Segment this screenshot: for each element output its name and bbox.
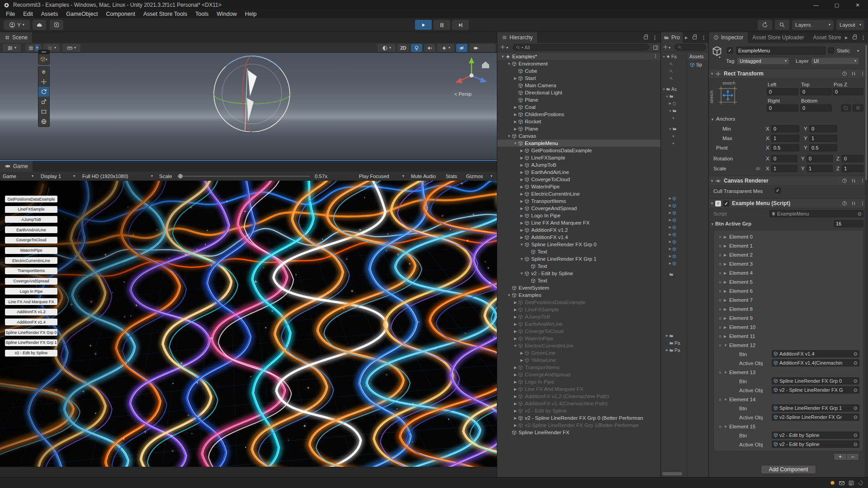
- foldout-icon[interactable]: ▼: [724, 343, 729, 347]
- hierarchy-item[interactable]: ▼Examples*: [497, 53, 661, 60]
- drag-handle-icon[interactable]: ≡: [717, 307, 724, 312]
- foldout-icon[interactable]: ▶: [513, 120, 518, 124]
- foldout-icon[interactable]: ▶: [519, 235, 524, 239]
- project-tree-item[interactable]: [661, 271, 687, 278]
- hierarchy-item[interactable]: Main Camera: [497, 82, 661, 89]
- active-obj-object-field[interactable]: AdditionFX v1.4(Cinemachin⊙: [772, 359, 859, 366]
- element-row[interactable]: ≡▶Element 0: [714, 232, 863, 241]
- foldout-icon[interactable]: ▶: [519, 170, 524, 174]
- foldout-icon[interactable]: ▶: [519, 214, 524, 218]
- foldout-icon[interactable]: ▶: [724, 262, 729, 266]
- hierarchy-item[interactable]: ▶AJumpToB: [497, 161, 661, 169]
- game-ui-button[interactable]: TransportItems: [5, 267, 57, 274]
- hierarchy-item[interactable]: Directional Light: [497, 89, 661, 96]
- kebab-menu-icon[interactable]: [653, 53, 658, 60]
- step-button[interactable]: [452, 20, 469, 30]
- resolution-dropdown[interactable]: Full HD (868x488)▾: [80, 173, 156, 180]
- project-tree-item[interactable]: ▼: [661, 114, 687, 122]
- pivot-mode-button[interactable]: ▾: [38, 54, 49, 64]
- drag-handle-icon[interactable]: ≡: [717, 253, 724, 258]
- foldout-icon[interactable]: ▶: [724, 280, 729, 284]
- services-button[interactable]: [50, 20, 63, 30]
- hierarchy-item[interactable]: ▶LineFXSample: [497, 306, 661, 313]
- min-x-field[interactable]: 0: [771, 125, 799, 132]
- game-ui-button[interactable]: LineFXSample: [5, 206, 57, 213]
- btn-object-field[interactable]: v2 - Edit by Spline⊙: [772, 432, 859, 439]
- inspector-scrollbar[interactable]: [865, 43, 868, 477]
- project-tree-item[interactable]: ▶: [661, 231, 687, 238]
- rotate-tool-button[interactable]: [38, 87, 49, 97]
- assets-column-header[interactable]: Assets: [687, 53, 709, 60]
- hierarchy-item[interactable]: ▶EarthAndAirLine: [497, 320, 661, 328]
- object-picker-icon[interactable]: ⊙: [854, 378, 858, 384]
- hierarchy-item[interactable]: ▼ExampleMenu: [497, 140, 661, 147]
- lighting-toggle-button[interactable]: [411, 44, 422, 52]
- help-icon[interactable]: [842, 71, 847, 76]
- hierarchy-item[interactable]: ▶TransportItems: [497, 197, 661, 205]
- foldout-icon[interactable]: ▶: [724, 334, 729, 338]
- gizmos-dropdown[interactable]: Gizmos▾: [463, 173, 495, 180]
- element-row[interactable]: ≡▶Element 8: [714, 305, 863, 314]
- foldout-icon[interactable]: ▶: [513, 315, 518, 319]
- hierarchy-item[interactable]: ▶AJumpToB: [497, 313, 661, 320]
- object-picker-icon[interactable]: ⊙: [854, 441, 858, 447]
- scale-tool-button[interactable]: [38, 97, 49, 107]
- drag-handle-icon[interactable]: ≡: [717, 370, 724, 375]
- drag-handle-icon[interactable]: ≡: [717, 325, 724, 330]
- lock-icon[interactable]: [691, 34, 698, 41]
- gameobject-icon-caret[interactable]: ▾: [719, 56, 721, 59]
- hierarchy-item[interactable]: ▶Coal: [497, 103, 661, 111]
- foldout-icon[interactable]: ▶: [724, 253, 729, 257]
- object-picker-icon[interactable]: ⊙: [854, 414, 858, 420]
- game-ui-button[interactable]: ElectricCurrentInLine: [5, 257, 57, 264]
- foldout-icon[interactable]: ▶: [724, 298, 729, 302]
- hierarchy-item[interactable]: ▶AdditionFX v1.4(Cinemachine Path): [497, 400, 661, 407]
- foldout-icon[interactable]: ▼: [513, 141, 518, 145]
- game-view-dropdown[interactable]: Game▾: [0, 173, 36, 180]
- add-element-button[interactable]: +: [834, 454, 846, 460]
- foldout-icon[interactable]: ▶: [513, 416, 518, 420]
- object-picker-icon[interactable]: ⊙: [854, 360, 858, 366]
- active-checkbox[interactable]: ✓: [727, 47, 733, 53]
- game-viewport[interactable]: GetPositionsDataExampleLineFXSampleAJump…: [0, 181, 497, 468]
- create-plus-icon[interactable]: [663, 44, 668, 50]
- stats-button[interactable]: Stats: [443, 173, 462, 180]
- maximize-button[interactable]: ▢: [826, 0, 847, 10]
- project-tree-item[interactable]: ▶: [661, 224, 687, 231]
- account-button[interactable]: Y ▾: [4, 20, 30, 30]
- static-checkbox[interactable]: [828, 47, 834, 53]
- project-tree-item[interactable]: ▶: [661, 209, 687, 216]
- close-button[interactable]: ✕: [847, 0, 868, 10]
- foldout-icon[interactable]: ▼: [500, 55, 505, 59]
- foldout-icon[interactable]: ▶: [519, 228, 524, 232]
- project-tree-item[interactable]: ▶: [661, 216, 687, 224]
- drag-handle-icon[interactable]: ≡: [717, 343, 724, 348]
- drag-handle-icon[interactable]: ≡: [717, 280, 724, 285]
- tab-inspector[interactable]: Inspector: [709, 32, 748, 43]
- message-icon[interactable]: [839, 480, 845, 486]
- hierarchy-item[interactable]: ▶Logo In Pipe: [497, 378, 661, 385]
- foldout-icon[interactable]: ▶: [724, 316, 729, 320]
- tab-asset-store[interactable]: Asset Store: [808, 32, 841, 43]
- element-row[interactable]: ≡▼Element 13: [714, 368, 863, 377]
- rect-transform-header[interactable]: ▼ Rect Transform: [709, 69, 868, 79]
- hierarchy-item[interactable]: ▶v2-Spline LineRender FX Grp 1(Better Pe…: [497, 422, 661, 429]
- game-ui-button[interactable]: Logo In Pipe: [5, 288, 57, 295]
- foldout-icon[interactable]: ▶: [519, 178, 524, 182]
- hierarchy-item[interactable]: ▼v2 - Edit by Spline: [497, 270, 661, 277]
- foldout-icon[interactable]: ▶: [519, 163, 524, 167]
- drag-handle-icon[interactable]: ≡: [717, 298, 724, 303]
- hierarchy-item[interactable]: ▶AdditionFX v1.2 (Cinemachine Path): [497, 393, 661, 400]
- object-picker-icon[interactable]: ⊙: [858, 211, 862, 217]
- effects-button[interactable]: ▾: [437, 44, 454, 52]
- tab-project[interactable]: Pro: [661, 32, 683, 43]
- project-tree-item[interactable]: ▼: [661, 107, 687, 114]
- pause-button[interactable]: [434, 20, 450, 30]
- hierarchy-item[interactable]: ▶ElectricCurrentInLine: [497, 190, 661, 197]
- object-picker-icon[interactable]: ⊙: [854, 432, 858, 438]
- hierarchy-item[interactable]: ▶Rocket: [497, 118, 661, 125]
- measure-button[interactable]: ▾: [62, 44, 80, 52]
- drag-handle-icon[interactable]: ≡: [717, 235, 724, 239]
- script-object-field[interactable]: ExampleMenu ⊙: [769, 210, 863, 217]
- hierarchy-item[interactable]: ▶LineFXSample: [497, 154, 661, 161]
